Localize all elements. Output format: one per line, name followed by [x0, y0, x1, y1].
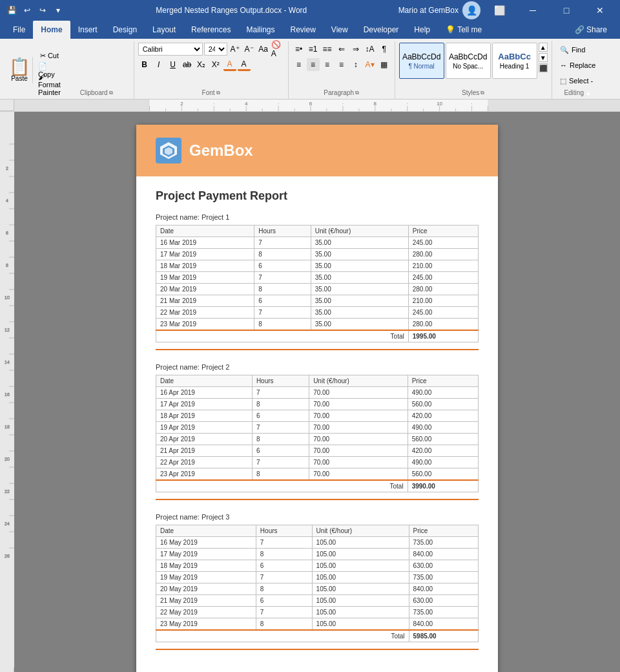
col-hours: Hours	[256, 525, 312, 537]
format-painter-button[interactable]: 🖌 Format Painter	[36, 78, 63, 91]
font-size-select[interactable]: 24	[204, 43, 227, 56]
tab-view[interactable]: View	[324, 21, 356, 39]
paste-label: Paste	[11, 75, 28, 82]
font-color-button[interactable]: A	[238, 58, 251, 71]
show-hide-button[interactable]: ¶	[378, 43, 391, 56]
tab-file[interactable]: File	[5, 21, 33, 39]
increase-indent-button[interactable]: ⇒	[349, 43, 362, 56]
close-button[interactable]: ✕	[585, 0, 615, 21]
numbering-button[interactable]: ≡1	[307, 43, 320, 56]
tab-insert[interactable]: Insert	[70, 21, 105, 39]
tab-developer[interactable]: Developer	[356, 21, 407, 39]
svg-rect-35	[0, 112, 14, 667]
underline-button[interactable]: U	[167, 58, 180, 71]
table-cell: 280.00	[408, 319, 478, 331]
save-qat-button[interactable]: 💾	[5, 4, 18, 17]
sort-button[interactable]: ↕A	[364, 43, 377, 56]
table-cell: 35.00	[311, 307, 408, 319]
table-cell: 23 Mar 2019	[156, 319, 254, 331]
tab-review[interactable]: Review	[282, 21, 323, 39]
bold-button[interactable]: B	[138, 58, 151, 71]
font-expand-icon[interactable]: ⧉	[216, 90, 220, 96]
bullets-button[interactable]: ≡•	[293, 43, 305, 56]
font-name-select[interactable]: Calibri	[138, 43, 203, 56]
undo-qat-button[interactable]: ↩	[21, 4, 34, 17]
user-area[interactable]: Mario at GemBox 👤	[398, 1, 480, 19]
svg-text:12: 12	[5, 328, 10, 332]
tab-references[interactable]: References	[183, 21, 238, 39]
tab-mailings[interactable]: Mailings	[238, 21, 282, 39]
cut-button[interactable]: ✂ Cut	[36, 50, 63, 63]
subscript-button[interactable]: X₂	[195, 58, 208, 71]
multilevel-button[interactable]: ≡≡	[321, 43, 334, 56]
align-right-button[interactable]: ≡	[321, 58, 334, 71]
redo-qat-button[interactable]: ↪	[36, 4, 49, 17]
highlight-button[interactable]: A	[223, 58, 236, 71]
italic-button[interactable]: I	[152, 58, 165, 71]
style-heading1[interactable]: AaBbCc Heading 1	[492, 43, 537, 79]
table-cell: 8	[252, 399, 309, 410]
align-left-button[interactable]: ≡	[293, 58, 305, 71]
select-button[interactable]: ⬚ Select -	[556, 74, 597, 88]
table-cell: 8	[254, 319, 311, 331]
table-cell: 105.00	[312, 572, 409, 583]
style-no-spacing[interactable]: AaBbCcDd No Spac...	[446, 43, 491, 79]
paragraph-label: Paragraph ⧉	[293, 88, 391, 98]
table-cell: 735.00	[409, 607, 478, 618]
tab-home[interactable]: Home	[33, 21, 70, 39]
style-heading1-label: Heading 1	[500, 63, 530, 70]
change-case-button[interactable]: Aa	[257, 43, 270, 56]
tab-layout[interactable]: Layout	[145, 21, 183, 39]
shrink-font-button[interactable]: A⁻	[243, 43, 256, 56]
project-1-table: Date Hours Unit (€/hour) Price 16 Mar 20…	[156, 225, 479, 342]
tab-share[interactable]: 🔗 Share	[567, 21, 615, 39]
ribbon-display-button[interactable]: ⬜	[484, 0, 514, 21]
table-header-row: Date Hours Unit (€/hour) Price	[156, 226, 479, 237]
table-cell: 280.00	[408, 284, 478, 295]
project-2-table: Date Hours Unit (€/hour) Price 16 Apr 20…	[156, 375, 479, 492]
align-center-button[interactable]: ≡	[307, 58, 320, 71]
tab-design[interactable]: Design	[105, 21, 145, 39]
table-cell: 280.00	[408, 249, 478, 260]
tab-help[interactable]: Help	[406, 21, 438, 39]
styles-expand-icon[interactable]: ⧉	[480, 90, 484, 96]
decrease-indent-button[interactable]: ⇐	[335, 43, 348, 56]
table-row: 17 May 20198105.00840.00	[156, 549, 479, 560]
customize-qat-button[interactable]: ▾	[52, 4, 65, 17]
shading-button[interactable]: A▾	[364, 58, 377, 71]
paste-button[interactable]: 📋 Paste	[6, 57, 33, 83]
styles-scroll-up[interactable]: ▲	[539, 43, 548, 52]
strikethrough-button[interactable]: ab	[181, 58, 194, 71]
style-normal[interactable]: AaBbCcDd ¶ Normal	[399, 43, 444, 79]
grow-font-button[interactable]: A⁺	[229, 43, 242, 56]
svg-text:20: 20	[5, 457, 10, 461]
minimize-button[interactable]: ─	[518, 0, 548, 21]
table-cell: 245.00	[408, 307, 478, 319]
paragraph-expand-icon[interactable]: ⧉	[355, 90, 359, 96]
table-cell: 35.00	[311, 249, 408, 260]
table-cell: 7	[256, 572, 312, 583]
svg-text:14: 14	[5, 360, 10, 364]
table-cell: 105.00	[312, 618, 409, 631]
table-cell: 23 May 2019	[156, 618, 256, 631]
styles-scroll-down[interactable]: ▼	[539, 53, 548, 62]
line-spacing-button[interactable]: ↕	[349, 58, 362, 71]
editing-collapse-icon[interactable]: ▲	[585, 89, 592, 96]
replace-button[interactable]: ↔ Replace	[556, 58, 599, 72]
styles-expand[interactable]: ⬛	[539, 63, 548, 72]
clear-formatting-button[interactable]: 🚫A	[271, 43, 284, 56]
border-button[interactable]: ▦	[378, 58, 391, 71]
maximize-button[interactable]: □	[552, 0, 581, 21]
table-cell: 35.00	[311, 319, 408, 331]
col-price: Price	[408, 375, 478, 387]
svg-text:·: ·	[278, 101, 279, 107]
table-row: 23 Apr 2019870.00560.00	[156, 468, 479, 481]
find-button[interactable]: 🔍 Find	[556, 43, 589, 57]
clipboard-expand-icon[interactable]: ⧉	[109, 90, 113, 96]
superscript-button[interactable]: X²	[209, 58, 222, 71]
table-cell: 70.00	[309, 445, 408, 457]
page-header: GemBox	[136, 125, 498, 176]
tab-tell-me[interactable]: 💡 Tell me	[438, 21, 490, 39]
table-cell: 630.00	[409, 595, 478, 607]
justify-button[interactable]: ≡	[335, 58, 348, 71]
